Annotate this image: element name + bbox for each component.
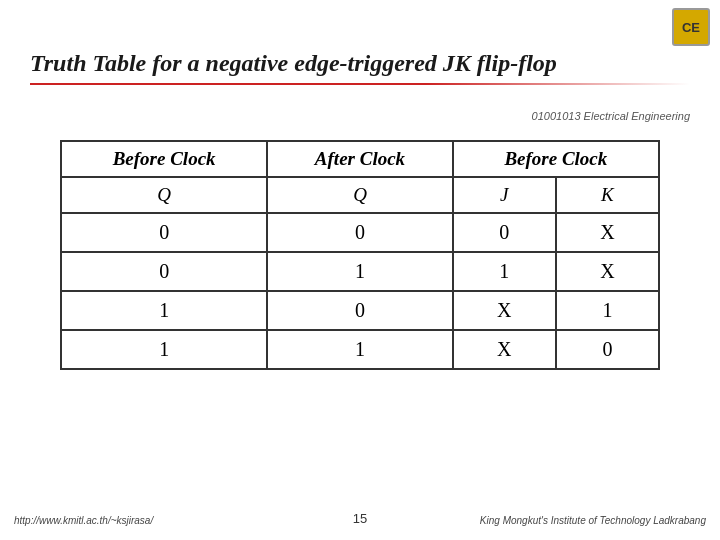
cell-r4c2: 1 [267,330,452,369]
cell-r2c1: 0 [61,252,267,291]
header-j: J [453,177,556,213]
header-after-clock: After Clock [267,141,452,177]
table-row: 0 1 1 X [61,252,659,291]
page-container: CE Truth Table for a negative edge-trigg… [0,0,720,540]
cell-r2c4: X [556,252,659,291]
cell-r3c2: 0 [267,291,452,330]
cell-r1c4: X [556,213,659,252]
cell-r3c4: 1 [556,291,659,330]
page-title: Truth Table for a negative edge-triggere… [30,50,690,77]
logo-text: CE [682,20,700,35]
table-row: 1 1 X 0 [61,330,659,369]
subtitle: 01001013 Electrical Engineering [532,110,690,122]
header-before-clock-left: Before Clock [61,141,267,177]
footer-url: http://www.kmitl.ac.th/~ksjirasa/ [14,515,153,526]
cell-r3c1: 1 [61,291,267,330]
table-header-row-1: Before Clock After Clock Before Clock [61,141,659,177]
table-row: 0 0 0 X [61,213,659,252]
cell-r4c1: 1 [61,330,267,369]
footer-institute: King Mongkut's Institute of Technology L… [480,515,706,526]
table-header-row-2: Q Q J K [61,177,659,213]
cell-r1c2: 0 [267,213,452,252]
cell-r1c1: 0 [61,213,267,252]
title-section: Truth Table for a negative edge-triggere… [30,50,690,77]
cell-r3c3: X [453,291,556,330]
title-underline [30,83,690,85]
header-k: K [556,177,659,213]
table-container: Before Clock After Clock Before Clock Q … [60,140,660,370]
header-q2: Q [267,177,452,213]
header-q1: Q [61,177,267,213]
page-number: 15 [353,511,367,526]
table-row: 1 0 X 1 [61,291,659,330]
cell-r2c2: 1 [267,252,452,291]
ce-logo: CE [672,8,710,46]
cell-r4c3: X [453,330,556,369]
truth-table: Before Clock After Clock Before Clock Q … [60,140,660,370]
cell-r1c3: 0 [453,213,556,252]
cell-r4c4: 0 [556,330,659,369]
cell-r2c3: 1 [453,252,556,291]
header-before-clock-right: Before Clock [453,141,659,177]
